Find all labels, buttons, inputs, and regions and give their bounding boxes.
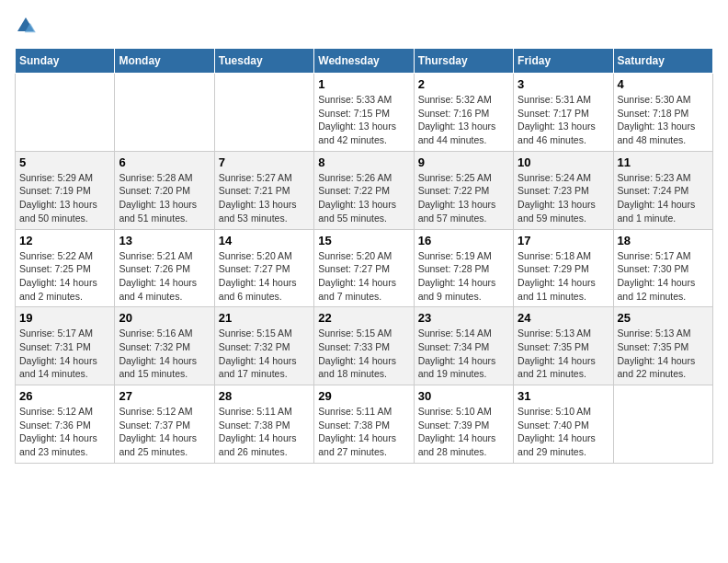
day-info: Sunrise: 5:32 AM Sunset: 7:16 PM Dayligh…: [418, 93, 509, 147]
day-number: 6: [119, 155, 210, 169]
day-info: Sunrise: 5:10 AM Sunset: 7:39 PM Dayligh…: [418, 405, 509, 459]
day-number: 7: [219, 155, 310, 169]
calendar-cell: 23Sunrise: 5:14 AM Sunset: 7:34 PM Dayli…: [414, 307, 513, 385]
calendar-week-row: 26Sunrise: 5:12 AM Sunset: 7:36 PM Dayli…: [16, 385, 713, 464]
day-number: 16: [418, 234, 509, 247]
calendar-cell: 10Sunrise: 5:24 AM Sunset: 7:23 PM Dayli…: [514, 151, 613, 229]
calendar-cell: 20Sunrise: 5:16 AM Sunset: 7:32 PM Dayli…: [115, 307, 214, 385]
day-info: Sunrise: 5:14 AM Sunset: 7:34 PM Dayligh…: [418, 327, 509, 381]
day-number: 30: [418, 389, 509, 403]
day-info: Sunrise: 5:23 AM Sunset: 7:24 PM Dayligh…: [618, 171, 709, 225]
day-info: Sunrise: 5:28 AM Sunset: 7:20 PM Dayligh…: [119, 171, 210, 225]
day-info: Sunrise: 5:16 AM Sunset: 7:32 PM Dayligh…: [119, 327, 210, 381]
col-header-monday: Monday: [115, 49, 214, 74]
day-info: Sunrise: 5:18 AM Sunset: 7:29 PM Dayligh…: [518, 249, 609, 304]
day-info: Sunrise: 5:21 AM Sunset: 7:26 PM Dayligh…: [119, 249, 210, 304]
calendar-cell: 1Sunrise: 5:33 AM Sunset: 7:15 PM Daylig…: [314, 74, 414, 152]
day-number: 14: [219, 234, 310, 247]
calendar-cell: 7Sunrise: 5:27 AM Sunset: 7:21 PM Daylig…: [214, 151, 313, 229]
day-number: 4: [618, 77, 709, 91]
day-info: Sunrise: 5:26 AM Sunset: 7:22 PM Dayligh…: [318, 171, 409, 225]
calendar-table: SundayMondayTuesdayWednesdayThursdayFrid…: [15, 48, 713, 464]
calendar-cell: 17Sunrise: 5:18 AM Sunset: 7:29 PM Dayli…: [514, 229, 613, 307]
col-header-wednesday: Wednesday: [314, 49, 414, 74]
day-number: 8: [318, 155, 409, 169]
day-info: Sunrise: 5:24 AM Sunset: 7:23 PM Dayligh…: [518, 171, 609, 225]
calendar-cell: 25Sunrise: 5:13 AM Sunset: 7:35 PM Dayli…: [613, 307, 712, 385]
calendar-cell: [16, 74, 115, 152]
day-info: Sunrise: 5:29 AM Sunset: 7:19 PM Dayligh…: [19, 171, 110, 225]
calendar-cell: 6Sunrise: 5:28 AM Sunset: 7:20 PM Daylig…: [115, 151, 214, 229]
day-number: 9: [418, 155, 509, 169]
day-info: Sunrise: 5:20 AM Sunset: 7:27 PM Dayligh…: [318, 249, 409, 304]
day-number: 25: [618, 311, 709, 325]
calendar-cell: [214, 74, 313, 152]
calendar-cell: 13Sunrise: 5:21 AM Sunset: 7:26 PM Dayli…: [115, 229, 214, 307]
col-header-saturday: Saturday: [613, 49, 712, 74]
day-number: 13: [119, 234, 210, 247]
day-info: Sunrise: 5:13 AM Sunset: 7:35 PM Dayligh…: [518, 327, 609, 381]
day-number: 19: [19, 311, 110, 325]
calendar-week-row: 5Sunrise: 5:29 AM Sunset: 7:19 PM Daylig…: [16, 151, 713, 229]
day-info: Sunrise: 5:31 AM Sunset: 7:17 PM Dayligh…: [518, 93, 609, 147]
day-number: 1: [318, 77, 409, 91]
calendar-cell: [613, 385, 712, 464]
day-info: Sunrise: 5:25 AM Sunset: 7:22 PM Dayligh…: [418, 171, 509, 225]
calendar-cell: 26Sunrise: 5:12 AM Sunset: 7:36 PM Dayli…: [16, 385, 115, 464]
calendar-cell: 27Sunrise: 5:12 AM Sunset: 7:37 PM Dayli…: [115, 385, 214, 464]
calendar-cell: 11Sunrise: 5:23 AM Sunset: 7:24 PM Dayli…: [613, 151, 712, 229]
day-number: 28: [219, 389, 310, 403]
calendar-cell: [115, 74, 214, 152]
col-header-thursday: Thursday: [414, 49, 513, 74]
calendar-cell: 24Sunrise: 5:13 AM Sunset: 7:35 PM Dayli…: [514, 307, 613, 385]
day-number: 2: [418, 77, 509, 91]
day-number: 10: [518, 155, 609, 169]
day-info: Sunrise: 5:11 AM Sunset: 7:38 PM Dayligh…: [219, 405, 310, 459]
calendar-cell: 16Sunrise: 5:19 AM Sunset: 7:28 PM Dayli…: [414, 229, 513, 307]
calendar-cell: 12Sunrise: 5:22 AM Sunset: 7:25 PM Dayli…: [16, 229, 115, 307]
day-number: 29: [318, 389, 409, 403]
day-number: 5: [19, 155, 110, 169]
calendar-cell: 9Sunrise: 5:25 AM Sunset: 7:22 PM Daylig…: [414, 151, 513, 229]
calendar-cell: 4Sunrise: 5:30 AM Sunset: 7:18 PM Daylig…: [613, 74, 712, 152]
day-info: Sunrise: 5:15 AM Sunset: 7:32 PM Dayligh…: [219, 327, 310, 381]
calendar-cell: 2Sunrise: 5:32 AM Sunset: 7:16 PM Daylig…: [414, 74, 513, 152]
calendar-cell: 29Sunrise: 5:11 AM Sunset: 7:38 PM Dayli…: [314, 385, 414, 464]
day-number: 21: [219, 311, 310, 325]
calendar-cell: 22Sunrise: 5:15 AM Sunset: 7:33 PM Dayli…: [314, 307, 414, 385]
day-info: Sunrise: 5:10 AM Sunset: 7:40 PM Dayligh…: [518, 405, 609, 459]
day-number: 26: [19, 389, 110, 403]
calendar-cell: 14Sunrise: 5:20 AM Sunset: 7:27 PM Dayli…: [214, 229, 313, 307]
calendar-week-row: 12Sunrise: 5:22 AM Sunset: 7:25 PM Dayli…: [16, 229, 713, 307]
calendar-week-row: 1Sunrise: 5:33 AM Sunset: 7:15 PM Daylig…: [16, 74, 713, 152]
calendar-cell: 3Sunrise: 5:31 AM Sunset: 7:17 PM Daylig…: [514, 74, 613, 152]
calendar-cell: 18Sunrise: 5:17 AM Sunset: 7:30 PM Dayli…: [613, 229, 712, 307]
day-number: 12: [19, 234, 110, 247]
calendar-cell: 8Sunrise: 5:26 AM Sunset: 7:22 PM Daylig…: [314, 151, 414, 229]
day-info: Sunrise: 5:22 AM Sunset: 7:25 PM Dayligh…: [19, 249, 110, 304]
day-number: 3: [518, 77, 609, 91]
day-number: 20: [119, 311, 210, 325]
calendar-header-row: SundayMondayTuesdayWednesdayThursdayFrid…: [16, 49, 713, 74]
day-info: Sunrise: 5:12 AM Sunset: 7:36 PM Dayligh…: [19, 405, 110, 459]
col-header-friday: Friday: [514, 49, 613, 74]
calendar-cell: 30Sunrise: 5:10 AM Sunset: 7:39 PM Dayli…: [414, 385, 513, 464]
day-number: 24: [518, 311, 609, 325]
calendar-cell: 15Sunrise: 5:20 AM Sunset: 7:27 PM Dayli…: [314, 229, 414, 307]
day-info: Sunrise: 5:17 AM Sunset: 7:31 PM Dayligh…: [19, 327, 110, 381]
day-info: Sunrise: 5:30 AM Sunset: 7:18 PM Dayligh…: [618, 93, 709, 147]
day-info: Sunrise: 5:11 AM Sunset: 7:38 PM Dayligh…: [318, 405, 409, 459]
page-header: [15, 15, 713, 37]
day-number: 18: [618, 234, 709, 247]
day-number: 27: [119, 389, 210, 403]
day-info: Sunrise: 5:13 AM Sunset: 7:35 PM Dayligh…: [618, 327, 709, 381]
calendar-cell: 28Sunrise: 5:11 AM Sunset: 7:38 PM Dayli…: [214, 385, 313, 464]
col-header-tuesday: Tuesday: [214, 49, 313, 74]
day-info: Sunrise: 5:12 AM Sunset: 7:37 PM Dayligh…: [119, 405, 210, 459]
logo-icon: [15, 15, 37, 37]
day-info: Sunrise: 5:27 AM Sunset: 7:21 PM Dayligh…: [219, 171, 310, 225]
day-number: 23: [418, 311, 509, 325]
day-info: Sunrise: 5:15 AM Sunset: 7:33 PM Dayligh…: [318, 327, 409, 381]
day-info: Sunrise: 5:17 AM Sunset: 7:30 PM Dayligh…: [618, 249, 709, 304]
day-number: 11: [618, 155, 709, 169]
